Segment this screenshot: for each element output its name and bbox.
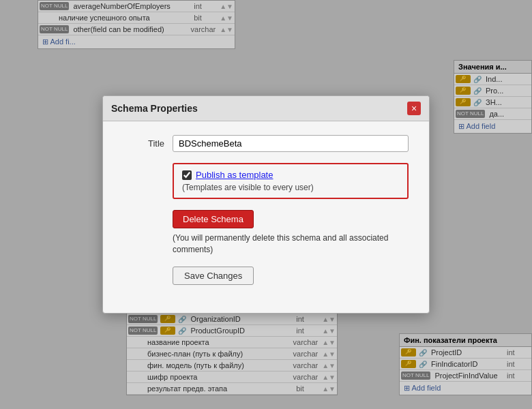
delete-note: (You will permanently delete this schema… [173,232,409,256]
modal-title: Schema Properties [111,103,198,114]
publish-note: (Templates are visible to every user) [182,183,399,192]
publish-label[interactable]: Publish as template [196,170,273,180]
save-changes-button[interactable]: Save Changes [173,267,254,285]
modal-close-button[interactable]: × [407,102,421,115]
publish-section: Publish as template (Templates are visib… [173,163,409,199]
modal-backdrop: Schema Properties × Title Publish as tem… [0,0,532,409]
title-label: Title [123,138,164,149]
modal-body: Title Publish as template (Templates are… [103,121,429,299]
schema-properties-modal: Schema Properties × Title Publish as tem… [102,95,430,314]
publish-checkbox-row: Publish as template [182,170,399,180]
save-section: Save Changes [173,267,409,285]
title-input[interactable] [173,135,409,152]
delete-section: Delete Schema (You will permanently dele… [173,210,409,256]
delete-schema-button[interactable]: Delete Schema [173,210,254,228]
modal-titlebar: Schema Properties × [103,96,429,121]
title-form-row: Title [123,135,409,152]
publish-checkbox[interactable] [182,170,192,180]
